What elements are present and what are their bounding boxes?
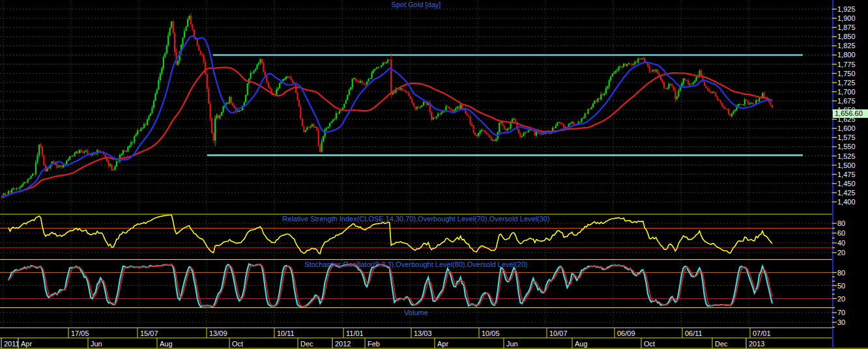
- svg-text:1,500: 1,500: [837, 161, 856, 169]
- month-label: Apr: [437, 340, 448, 348]
- last-price-label: 1,656.60: [833, 109, 868, 118]
- date-tick-label: 13/03: [414, 329, 432, 337]
- svg-text:1,750: 1,750: [837, 70, 856, 77]
- date-tick-label: 11/01: [346, 329, 364, 337]
- month-label: Aug: [575, 340, 588, 348]
- svg-text:1,600: 1,600: [837, 124, 856, 132]
- svg-text:20: 20: [837, 295, 845, 303]
- svg-text:80: 80: [837, 269, 845, 277]
- svg-text:80: 80: [837, 219, 845, 227]
- date-tick-label: 10/05: [482, 329, 500, 337]
- svg-text:1,425: 1,425: [837, 189, 856, 197]
- svg-text:1,825: 1,825: [837, 42, 856, 49]
- svg-text:30: 30: [837, 318, 845, 326]
- date-tick-label: 15/07: [140, 329, 158, 337]
- svg-text:20: 20: [837, 249, 845, 257]
- stoch-d-line: [8, 264, 772, 307]
- svg-text:1,400: 1,400: [837, 198, 856, 206]
- svg-text:1,850: 1,850: [837, 33, 856, 40]
- svg-text:1,450: 1,450: [837, 180, 856, 188]
- date-tick-label: 10/07: [549, 329, 568, 337]
- month-label: Feb: [368, 340, 380, 348]
- svg-text:50: 50: [837, 282, 845, 290]
- slow-ma-line: [2, 68, 772, 198]
- svg-text:1,525: 1,525: [837, 152, 856, 160]
- svg-text:1,775: 1,775: [837, 61, 856, 68]
- month-label: Oct: [644, 340, 655, 348]
- month-label: Dec: [300, 340, 313, 348]
- year-label: 2011: [4, 340, 20, 348]
- indicator-level-lines: [0, 229, 832, 299]
- svg-text:1,725: 1,725: [837, 79, 856, 87]
- chart-canvas[interactable]: 1,9251,9001,8751,8501,8251,8001,7751,750…: [0, 0, 868, 349]
- horizontal-gridlines: [0, 9, 832, 322]
- svg-text:1,675: 1,675: [837, 97, 856, 105]
- date-tick-label: 17/05: [71, 329, 89, 337]
- month-label: Jun: [506, 340, 518, 348]
- svg-text:1,875: 1,875: [837, 23, 856, 31]
- date-tick-label: 10/11: [277, 329, 295, 337]
- month-axis: 2011AprJunAugOctDec2012FebAprJunAugOctDe…: [1, 338, 764, 348]
- year-label: 2012: [335, 340, 351, 348]
- svg-text:1,700: 1,700: [837, 88, 856, 96]
- charting-app-window: 1,9251,9001,8751,8501,8251,8001,7751,750…: [0, 0, 868, 349]
- month-label: Jun: [91, 340, 102, 348]
- month-label: Apr: [21, 340, 32, 348]
- svg-text:1,475: 1,475: [837, 171, 856, 178]
- svg-text:70: 70: [837, 309, 845, 316]
- year-label: 2013: [749, 340, 764, 348]
- svg-text:1,575: 1,575: [837, 133, 856, 141]
- month-label: Oct: [232, 340, 243, 348]
- price-axis: 1,9251,9001,8751,8501,8251,8001,7751,750…: [832, 5, 856, 328]
- svg-text:40: 40: [837, 239, 845, 247]
- svg-text:1,900: 1,900: [837, 14, 856, 22]
- date-tick-label: 06/09: [617, 329, 635, 337]
- svg-text:1,550: 1,550: [837, 143, 856, 150]
- svg-text:1,800: 1,800: [837, 51, 856, 59]
- svg-text:1,925: 1,925: [837, 5, 856, 13]
- fast-ma-line: [2, 36, 772, 197]
- date-axis: 17/0515/0713/0910/1111/0113/0310/0510/07…: [68, 328, 771, 339]
- month-label: Aug: [160, 340, 173, 348]
- candles-group[interactable]: [2, 13, 772, 200]
- vertical-gridlines: [3, 0, 749, 328]
- month-label: Dec: [715, 340, 728, 348]
- date-tick-label: 07/01: [753, 329, 771, 337]
- date-tick-label: 06/11: [685, 329, 702, 337]
- svg-text:60: 60: [837, 229, 845, 237]
- date-tick-label: 13/09: [209, 329, 227, 337]
- panel-dividers: [0, 214, 868, 348]
